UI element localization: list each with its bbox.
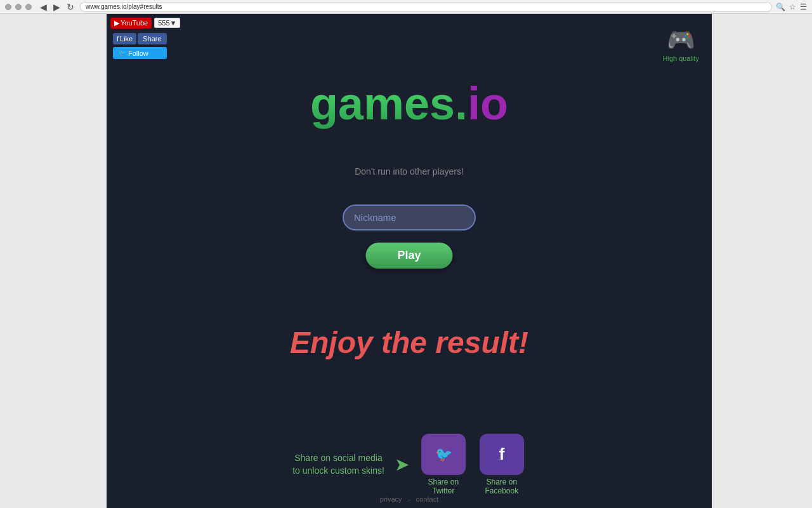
browser-refresh-btn[interactable]: ↻ (65, 2, 76, 12)
browser-icons: 🔍 ☆ ☰ (776, 3, 807, 11)
search-icon[interactable]: 🔍 (776, 3, 785, 11)
browser-forward-btn[interactable]: ▶ (51, 2, 62, 12)
fb-buttons: f Like Share (113, 33, 167, 44)
browser-close-btn[interactable] (5, 4, 11, 10)
footer-separator: – (407, 495, 411, 503)
game-logo: games.io (310, 77, 508, 130)
facebook-share-icon: f (480, 434, 524, 475)
twitter-share-icon: 🐦 (421, 434, 466, 475)
facebook-share-label: Share onFacebook (485, 478, 519, 495)
high-quality-button[interactable]: 🎮 High quality (663, 27, 699, 62)
tagline: Don't run into other players! (355, 166, 464, 177)
youtube-sub-count: 555▼ (154, 18, 180, 28)
social-buttons: f Like Share 🐦 Follow (113, 33, 167, 59)
browser-chrome: ◀ ▶ ↻ www.games.io/play#results 🔍 ☆ ☰ (0, 0, 812, 14)
twitter-icon: 🐦 (118, 49, 127, 57)
play-button[interactable]: Play (365, 243, 452, 269)
browser-max-btn[interactable] (25, 4, 32, 10)
url-text: www.games.io/play#results (86, 3, 162, 10)
facebook-share-button[interactable]: f Share onFacebook (478, 434, 526, 495)
twitter-follow-label: Follow (128, 50, 148, 57)
twitter-share-label: Share onTwitter (428, 478, 459, 495)
share-text-line2: to unlock custom skins! (292, 465, 384, 476)
youtube-label: YouTube (121, 19, 148, 27)
facebook-icon: f (117, 35, 119, 43)
facebook-like-label: Like (120, 35, 133, 43)
menu-icon[interactable]: ☰ (800, 3, 807, 11)
share-text: Share on social media to unlock custom s… (292, 452, 384, 477)
facebook-share-button[interactable]: Share (138, 33, 166, 44)
right-sidebar (712, 14, 812, 508)
footer-links: privacy – contact (380, 495, 438, 503)
youtube-icon: ▶ (114, 19, 119, 27)
gamepad-icon: 🎮 (667, 27, 695, 53)
svg-text:🐦: 🐦 (435, 446, 452, 463)
twitter-share-button[interactable]: 🐦 Share onTwitter (419, 434, 468, 495)
address-bar[interactable]: www.games.io/play#results (80, 2, 772, 12)
browser-nav: ◀ ▶ ↻ (38, 2, 76, 12)
nickname-input[interactable] (343, 204, 476, 231)
star-icon[interactable]: ☆ (789, 3, 796, 11)
contact-link[interactable]: contact (416, 495, 438, 503)
svg-text:f: f (499, 444, 505, 464)
youtube-area: ▶ YouTube 555▼ (110, 14, 180, 32)
youtube-button[interactable]: ▶ YouTube (110, 18, 152, 29)
share-arrow-icon: ➤ (395, 454, 409, 475)
bottom-social: Share on social media to unlock custom s… (292, 434, 526, 495)
twitter-follow-button[interactable]: 🐦 Follow (113, 47, 167, 59)
enjoy-text: Enjoy the result! (290, 325, 528, 360)
privacy-link[interactable]: privacy (380, 495, 402, 503)
left-sidebar (0, 14, 107, 508)
facebook-share-label: Share (143, 35, 161, 43)
hq-label: High quality (663, 55, 699, 62)
logo-io: io (468, 78, 508, 129)
logo-games: games. (310, 78, 468, 129)
content-wrapper: ▶ YouTube 555▼ f Like Share 🐦 Follow (0, 14, 812, 508)
main-content: ▶ YouTube 555▼ f Like Share 🐦 Follow (107, 14, 712, 508)
facebook-like-button[interactable]: f Like (113, 33, 136, 44)
browser-back-btn[interactable]: ◀ (38, 2, 49, 12)
browser-min-btn[interactable] (15, 4, 22, 10)
share-text-line1: Share on social media (294, 453, 383, 463)
